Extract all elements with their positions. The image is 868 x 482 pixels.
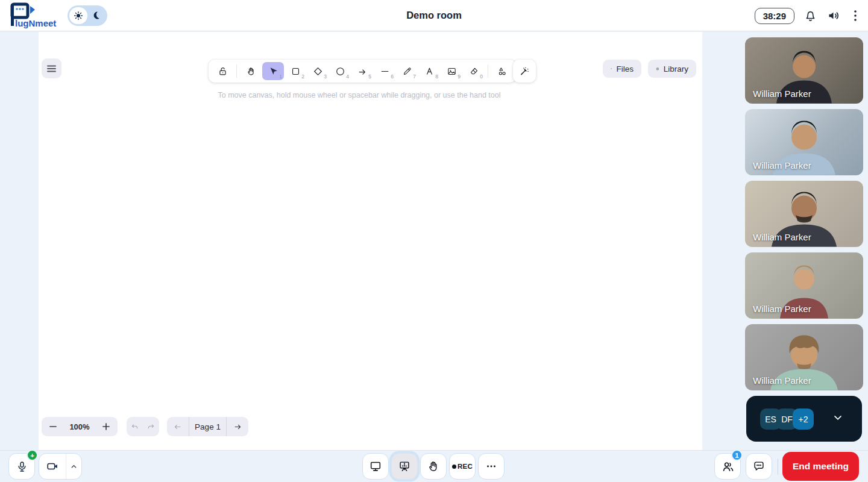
participant-name: William Parker — [753, 89, 811, 99]
participant-video-tile[interactable]: William Parker — [745, 37, 863, 104]
svg-text:lugNmeet: lugNmeet — [15, 18, 56, 28]
shapes-icon — [497, 66, 508, 77]
line-icon — [380, 66, 390, 77]
participant-overflow-panel: ES DF +2 — [746, 396, 862, 442]
participant-video-tile[interactable]: William Parker — [745, 109, 863, 175]
tool-hand[interactable] — [240, 62, 262, 80]
tool-eraser[interactable]: 0 — [463, 62, 485, 80]
camera-icon — [46, 460, 59, 473]
text-icon — [424, 66, 435, 77]
whiteboard-button[interactable] — [391, 453, 418, 480]
participant-video-tile[interactable]: William Parker — [745, 252, 863, 319]
undo-icon — [130, 422, 139, 431]
next-page-button[interactable] — [227, 417, 248, 436]
header: lugNmeet Demo room 38:29 — [0, 0, 868, 31]
participant-name: William Parker — [753, 375, 811, 386]
header-more-button[interactable] — [850, 9, 861, 22]
bell-icon — [804, 9, 817, 23]
tool-ellipse[interactable]: 4 — [329, 62, 351, 80]
participants-count-badge: 1 — [731, 449, 743, 461]
page-navigation: Page 1 — [167, 417, 248, 436]
footer-divider — [778, 459, 778, 475]
redo-button[interactable] — [143, 417, 159, 436]
tool-draw[interactable]: 7 — [396, 62, 418, 80]
end-meeting-button[interactable]: End meeting — [782, 452, 859, 481]
chat-button[interactable] — [746, 453, 772, 480]
page-indicator: Page 1 — [189, 422, 227, 431]
chat-icon — [752, 460, 766, 473]
whiteboard-icon — [398, 460, 411, 473]
tool-selection[interactable]: 1 — [262, 62, 284, 80]
participant-name: William Parker — [753, 232, 811, 242]
camera-options-button[interactable] — [66, 454, 81, 479]
meeting-app: lugNmeet Demo room 38:29 — [0, 0, 868, 482]
minus-icon — [49, 423, 57, 430]
tool-rectangle[interactable]: 2 — [285, 62, 306, 80]
zoom-controls: 100% — [42, 417, 118, 436]
redo-icon — [146, 422, 156, 431]
rectangle-icon — [291, 66, 301, 77]
image-icon — [447, 66, 457, 77]
participant-video-tile[interactable]: William Parker — [745, 324, 863, 390]
tool-arrow[interactable]: 5 — [351, 62, 373, 80]
drawing-toolbar: 1 2 3 4 — [209, 60, 516, 83]
paperclip-icon — [611, 64, 612, 73]
whiteboard-menu-button[interactable] — [42, 58, 61, 78]
chevron-down-icon — [832, 412, 844, 424]
hand-icon — [246, 66, 256, 77]
recording-button[interactable]: REC — [449, 453, 476, 480]
plugnmeet-logo-icon: lugNmeet — [7, 2, 58, 29]
meeting-timer: 38:29 — [755, 8, 794, 24]
ellipse-icon — [335, 66, 345, 77]
monitor-icon — [369, 460, 382, 473]
theme-dark-button[interactable] — [87, 7, 105, 24]
files-label: Files — [616, 64, 634, 74]
files-button[interactable]: Files — [603, 60, 641, 78]
mic-status-badge: + — [27, 449, 38, 461]
theme-toggle[interactable] — [68, 5, 107, 26]
camera-button[interactable] — [39, 454, 66, 479]
tool-diamond[interactable]: 3 — [307, 62, 329, 80]
pencil-icon — [402, 66, 412, 77]
camera-button-group — [39, 453, 82, 480]
participant-chip-more[interactable]: +2 — [793, 408, 814, 430]
zoom-in-button[interactable] — [95, 417, 118, 436]
canvas-hint-text: To move canvas, hold mouse wheel or spac… — [178, 91, 540, 99]
previous-page-button[interactable] — [167, 417, 189, 436]
more-options-button[interactable] — [478, 453, 505, 480]
whiteboard-canvas[interactable]: 1 2 3 4 — [39, 32, 702, 450]
notifications-button[interactable] — [804, 9, 817, 23]
undo-button[interactable] — [127, 417, 143, 436]
cursor-icon — [268, 66, 278, 76]
ellipsis-icon — [485, 460, 498, 473]
microphone-button[interactable]: + — [8, 453, 35, 480]
plugnmeet-logo: lugNmeet — [7, 2, 58, 29]
tool-shapes[interactable] — [491, 62, 513, 80]
speaker-icon — [826, 8, 841, 23]
hamburger-icon — [47, 65, 56, 72]
tool-text[interactable]: 8 — [418, 62, 440, 80]
diamond-icon — [313, 66, 323, 77]
screen-share-button[interactable] — [362, 453, 389, 480]
sun-icon — [73, 10, 84, 21]
participant-name: William Parker — [753, 304, 811, 314]
tool-laser-pointer[interactable] — [515, 62, 533, 80]
header-actions: 38:29 — [755, 0, 861, 31]
participant-video-tile[interactable]: William Parker — [745, 181, 863, 247]
zoom-level[interactable]: 100% — [64, 422, 95, 431]
zoom-out-button[interactable] — [42, 417, 64, 436]
tool-line[interactable]: 6 — [374, 62, 395, 80]
tool-image[interactable]: 9 — [441, 62, 462, 80]
eraser-icon — [469, 66, 479, 77]
participants-button[interactable]: 1 — [714, 453, 741, 480]
arrow-right-icon — [233, 422, 242, 431]
expand-participants-button[interactable] — [832, 412, 844, 424]
theme-light-button[interactable] — [69, 7, 87, 24]
record-dot-icon — [452, 465, 456, 469]
participants-icon — [721, 460, 735, 474]
control-bar: + — [0, 450, 868, 482]
speaker-button[interactable] — [826, 8, 841, 23]
raise-hand-button[interactable] — [420, 453, 447, 480]
tool-lock[interactable] — [212, 62, 233, 80]
library-button[interactable]: Library — [648, 60, 696, 78]
